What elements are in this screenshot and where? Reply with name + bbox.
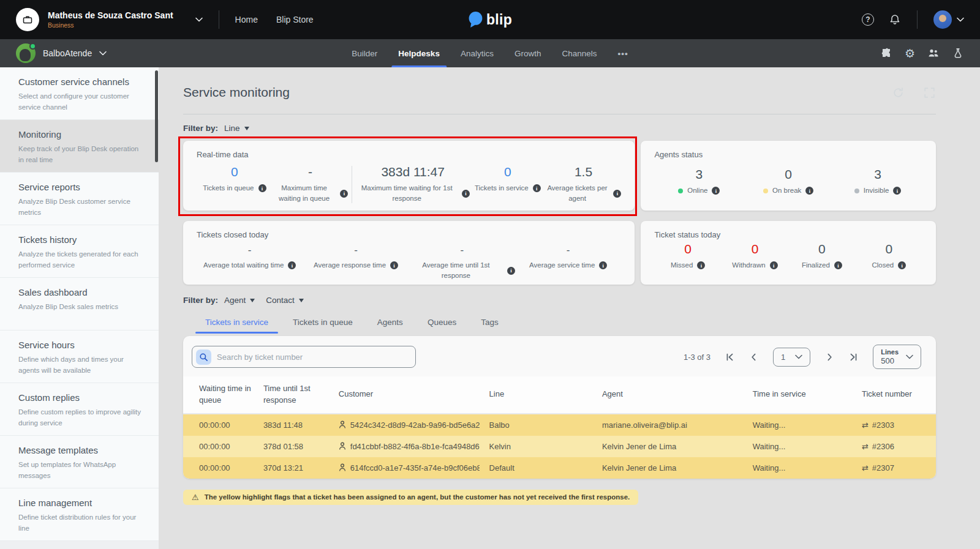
- info-icon[interactable]: [533, 184, 541, 192]
- puzzle-icon: [880, 47, 892, 59]
- metric-value: -: [248, 244, 252, 256]
- info-icon[interactable]: [258, 184, 266, 192]
- divider: [352, 166, 352, 203]
- refresh-button[interactable]: [892, 86, 905, 99]
- account-name: Matheus de Souza Castro Sant: [48, 10, 173, 20]
- transfer-icon: ⇄: [862, 463, 869, 472]
- line-filter-dropdown[interactable]: Line: [224, 124, 249, 133]
- table-row[interactable]: 00:00:00 370d 13:21 614fccd0-a1e7-435f-a…: [183, 457, 936, 479]
- agent-filter-dropdown[interactable]: Agent: [224, 296, 255, 305]
- lines-label: Lines: [881, 348, 899, 356]
- sidebar-item-line-management[interactable]: Line management Define ticket distributi…: [0, 488, 159, 541]
- sidebar-item-custom-replies[interactable]: Custom replies Define custom replies to …: [0, 383, 159, 436]
- metric-value: -: [308, 165, 312, 179]
- info-icon[interactable]: [288, 261, 296, 269]
- tabs-more-button[interactable]: •••: [607, 39, 638, 67]
- cell-customer: 5424c342-d8d9-42ab-9a96-bd5e6a28...: [339, 420, 480, 430]
- tab-queues[interactable]: Queues: [418, 313, 466, 334]
- sidebar-item-sales-dashboard[interactable]: Sales dashboard Analyze Blip Desk sales …: [0, 278, 159, 331]
- help-button[interactable]: [862, 13, 874, 26]
- users-icon: [927, 47, 940, 59]
- nav-blip-store[interactable]: Blip Store: [276, 15, 314, 24]
- tab-analytics[interactable]: Analytics: [450, 39, 504, 67]
- person-icon: [339, 442, 346, 450]
- chevron-right-icon: [825, 353, 834, 362]
- card-title: Tickets closed today: [197, 230, 621, 239]
- sidebar-scrollbar[interactable]: [155, 70, 158, 162]
- tab-tickets-in-queue[interactable]: Tickets in queue: [283, 313, 363, 334]
- sidebar-item-customer-service-channels[interactable]: Customer service channels Select and con…: [0, 67, 159, 120]
- sidebar-item-message-templates[interactable]: Message templates Set up templates for W…: [0, 436, 159, 488]
- col-ticket-number: Ticket number: [857, 376, 936, 414]
- first-page-button[interactable]: [725, 353, 734, 362]
- integrations-button[interactable]: [880, 47, 892, 59]
- cell-customer: fd41cbbf-b882-4f6a-8b1e-fca4948d6d...: [339, 442, 480, 451]
- notifications-button[interactable]: [889, 13, 901, 26]
- sidebar-item-tickets-history[interactable]: Tickets history Analyze the tickets gene…: [0, 225, 159, 278]
- sidebar-item-service-hours[interactable]: Service hours Define which days and time…: [0, 331, 159, 383]
- top-nav: Home Blip Store: [235, 15, 314, 24]
- table-row[interactable]: 00:00:00 378d 01:58 fd41cbbf-b882-4f6a-8…: [183, 436, 936, 457]
- metric-value: 0: [818, 242, 826, 256]
- info-icon[interactable]: [898, 261, 906, 269]
- tab-agents[interactable]: Agents: [368, 313, 413, 334]
- info-icon[interactable]: [893, 187, 901, 195]
- info-icon[interactable]: [340, 190, 348, 198]
- metric-value: 383d 11:47: [381, 165, 445, 179]
- person-icon: [339, 420, 346, 429]
- bot-name: BalboAtende: [43, 48, 92, 58]
- chevron-down-icon: [195, 17, 203, 22]
- fullscreen-button[interactable]: [923, 86, 936, 99]
- table-row[interactable]: 00:00:00 383d 11:48 5424c342-d8d9-42ab-9…: [183, 414, 936, 436]
- tab-growth[interactable]: Growth: [504, 39, 552, 67]
- metric-finalized: 0 Finalized: [788, 242, 855, 271]
- page-number: 1: [781, 353, 785, 362]
- team-button[interactable]: [927, 47, 940, 59]
- col-customer: Customer: [334, 376, 484, 414]
- transfer-icon: ⇄: [862, 442, 869, 451]
- nav-home[interactable]: Home: [235, 15, 258, 24]
- card-title: Agents status: [654, 150, 922, 159]
- previous-page-button[interactable]: [749, 353, 758, 362]
- info-icon[interactable]: [697, 261, 705, 269]
- metric-avg-time-until-first-response: - Average time until 1st response: [409, 244, 515, 282]
- gear-icon: ⚙: [905, 48, 915, 59]
- user-menu[interactable]: [933, 10, 964, 29]
- contact-filter-dropdown[interactable]: Contact: [266, 296, 304, 305]
- bot-switcher[interactable]: BalboAtende: [16, 43, 107, 63]
- tab-builder[interactable]: Builder: [341, 39, 388, 67]
- search-icon: [196, 349, 211, 365]
- lines-per-page-select[interactable]: Lines 500: [873, 345, 921, 369]
- tab-tickets-in-service[interactable]: Tickets in service: [195, 313, 278, 334]
- bell-icon: [889, 13, 901, 26]
- info-icon[interactable]: [599, 261, 607, 269]
- last-page-button[interactable]: [849, 353, 858, 362]
- sidebar-item-service-reports[interactable]: Service reports Analyze Blip Desk custom…: [0, 173, 159, 225]
- metric-max-time-first-response: 383d 11:47 Maximum time waiting for 1st …: [356, 165, 470, 204]
- info-icon[interactable]: [770, 261, 778, 269]
- settings-button[interactable]: ⚙: [905, 48, 915, 59]
- top-bar: Matheus de Souza Castro Sant Business Ho…: [0, 0, 980, 39]
- pagination: 1-3 of 3 1: [684, 345, 921, 369]
- info-icon[interactable]: [507, 267, 515, 275]
- tab-tags[interactable]: Tags: [471, 313, 508, 334]
- info-icon[interactable]: [805, 187, 813, 195]
- tab-channels[interactable]: Channels: [551, 39, 607, 67]
- info-icon[interactable]: [834, 261, 842, 269]
- info-icon[interactable]: [712, 187, 720, 195]
- fullscreen-icon: [923, 86, 936, 99]
- search-input[interactable]: [217, 353, 409, 362]
- page-select[interactable]: 1: [773, 348, 810, 367]
- chevron-left-icon: [749, 353, 758, 362]
- next-page-button[interactable]: [825, 353, 834, 362]
- info-icon[interactable]: [390, 261, 398, 269]
- tab-helpdesks[interactable]: Helpdesks: [388, 39, 450, 67]
- person-icon: [339, 463, 346, 472]
- lab-button[interactable]: [952, 47, 964, 59]
- sidebar-item-title: Sales dashboard: [18, 287, 143, 297]
- info-icon[interactable]: [613, 190, 621, 198]
- sidebar-item-monitoring[interactable]: Monitoring Keep track of your Blip Desk …: [0, 120, 159, 173]
- account-switcher[interactable]: Matheus de Souza Castro Sant Business: [16, 8, 203, 31]
- info-icon[interactable]: [462, 190, 470, 198]
- invisible-dot: [854, 189, 859, 193]
